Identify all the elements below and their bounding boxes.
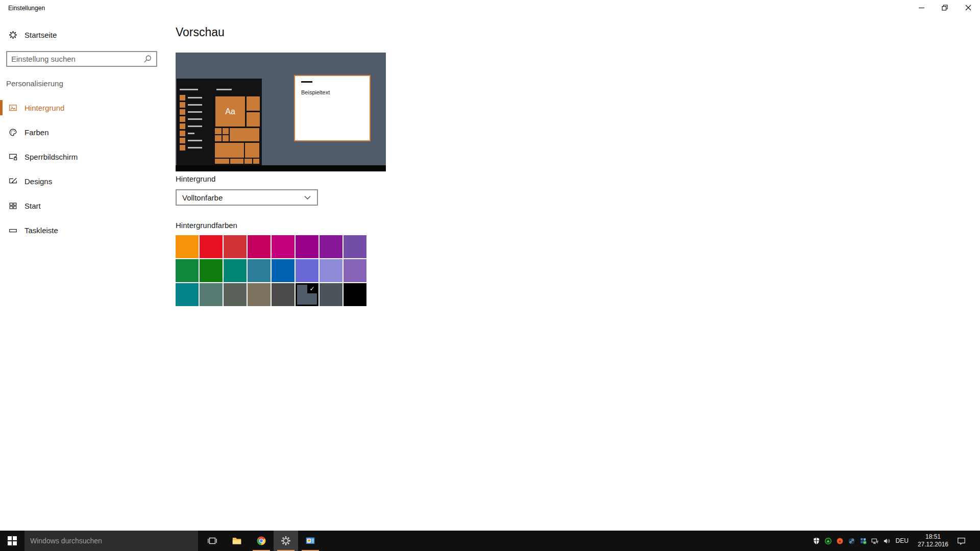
color-swatch[interactable]	[344, 259, 366, 282]
sidebar-home-label: Startseite	[24, 31, 57, 39]
sidebar-item-designs[interactable]: Designs	[0, 170, 168, 192]
taskbar: Windows durchsuchen	[0, 531, 980, 551]
preview-tile	[223, 135, 229, 141]
settings-search-box[interactable]	[6, 51, 157, 67]
color-swatch[interactable]	[176, 235, 199, 258]
task-view-icon	[207, 535, 218, 546]
defender-shield-icon[interactable]	[811, 531, 822, 551]
minimize-button[interactable]	[910, 0, 933, 15]
start-button[interactable]	[0, 531, 24, 551]
preview-app-label-line	[188, 133, 194, 134]
sidebar-item-home[interactable]: Startseite	[8, 28, 57, 42]
color-swatch[interactable]	[200, 259, 223, 282]
color-swatch[interactable]	[344, 283, 366, 306]
task-view-button[interactable]	[200, 531, 225, 551]
desktop-screen: Einstellungen Startseite	[0, 0, 980, 551]
minimize-icon	[919, 5, 924, 11]
preview-tile	[247, 96, 260, 111]
preview-app-icon	[180, 116, 185, 122]
language-indicator[interactable]: DEU	[893, 537, 913, 544]
sidebar-item-hintergrund[interactable]: Hintergrund	[0, 96, 168, 119]
color-swatch[interactable]	[320, 259, 342, 282]
preview-tile	[245, 143, 259, 158]
picture-icon	[8, 103, 18, 113]
sidebar-item-start[interactable]: Start	[0, 194, 168, 217]
clock-time: 18:51	[918, 533, 948, 541]
settings-gear-icon	[280, 535, 291, 546]
preview-window-text: Beispieltext	[301, 89, 330, 95]
preview-tile-text: Aa	[225, 107, 235, 116]
start-menu-preview: Aa	[177, 79, 262, 165]
squares-check-tray-icon[interactable]	[857, 531, 869, 551]
volume-icon[interactable]	[881, 531, 893, 551]
close-button[interactable]	[957, 0, 980, 15]
color-swatch[interactable]	[272, 259, 295, 282]
background-type-dropdown[interactable]: Volltonfarbe	[176, 189, 318, 206]
preview-tile	[215, 128, 222, 134]
window-titlebar: Einstellungen	[0, 0, 980, 16]
clock-date: 27.12.2016	[918, 541, 948, 548]
sidebar-item-taskleiste[interactable]: Taskleiste	[0, 219, 168, 241]
color-swatch[interactable]	[272, 235, 295, 258]
restore-button[interactable]	[933, 0, 957, 15]
windows-logo-icon	[8, 536, 17, 545]
presentation-app-button[interactable]	[298, 531, 323, 551]
gear-icon	[8, 30, 18, 40]
color-swatch[interactable]	[224, 283, 247, 306]
color-swatch[interactable]	[176, 259, 199, 282]
preview-app-label-line	[188, 118, 202, 120]
sidebar-item-farben[interactable]: Farben	[0, 121, 168, 143]
preview-tile	[230, 128, 259, 141]
preview-sample-window: Beispieltext	[294, 75, 371, 141]
chevron-down-icon	[304, 195, 311, 200]
settings-search-input[interactable]	[7, 55, 143, 63]
color-swatch[interactable]	[224, 235, 247, 258]
chrome-button[interactable]	[249, 531, 274, 551]
color-swatch[interactable]	[200, 283, 223, 306]
green-circle-tray-icon[interactable]	[822, 531, 834, 551]
steam-tray-icon[interactable]	[846, 531, 857, 551]
start-menu-app-list	[180, 95, 210, 161]
preview-taskbar-strip	[176, 165, 386, 171]
settings-button[interactable]	[274, 531, 298, 551]
sidebar-item-sperrbildschirm[interactable]: Sperrbildschirm	[0, 145, 168, 168]
color-swatch[interactable]	[248, 259, 271, 282]
sidebar-item-label: Designs	[24, 177, 52, 186]
window-title: Einstellungen	[8, 5, 45, 12]
desktop-preview: Aa Beispieltext	[176, 53, 386, 171]
taskbar-app-buttons	[200, 531, 323, 551]
preview-app-label-line	[188, 104, 202, 106]
color-swatch[interactable]	[296, 259, 318, 282]
color-swatch[interactable]	[344, 235, 366, 258]
color-swatch[interactable]	[176, 283, 199, 306]
network-icon[interactable]	[869, 531, 881, 551]
preview-tile	[247, 112, 260, 127]
taskbar-search-box[interactable]: Windows durchsuchen	[24, 531, 198, 551]
color-swatch[interactable]	[272, 283, 295, 306]
chrome-icon	[256, 535, 267, 546]
preview-tile	[215, 135, 222, 141]
origin-tray-icon[interactable]	[834, 531, 846, 551]
color-swatch[interactable]	[320, 235, 342, 258]
color-swatch[interactable]	[320, 283, 342, 306]
preview-app-label-line	[188, 147, 202, 148]
file-explorer-button[interactable]	[225, 531, 249, 551]
sidebar-item-label: Taskleiste	[24, 226, 58, 235]
color-swatch[interactable]	[224, 259, 247, 282]
preview-app-icon	[180, 131, 185, 136]
color-swatch[interactable]: ✓	[296, 283, 318, 306]
window-controls	[910, 0, 980, 15]
action-center-icon[interactable]	[953, 531, 969, 551]
background-color-grid: ✓	[176, 235, 366, 306]
color-swatch[interactable]	[248, 283, 271, 306]
clock[interactable]: 18:51 27.12.2016	[913, 533, 953, 548]
preview-app-icon	[180, 95, 185, 101]
preview-app-icon	[180, 138, 185, 143]
sidebar-item-label: Start	[24, 202, 41, 210]
color-swatch[interactable]	[296, 235, 318, 258]
color-swatch[interactable]	[248, 235, 271, 258]
page-title: Vorschau	[176, 26, 225, 39]
check-icon: ✓	[307, 285, 317, 293]
color-swatch[interactable]	[200, 235, 223, 258]
preview-app-label-line	[188, 140, 202, 141]
